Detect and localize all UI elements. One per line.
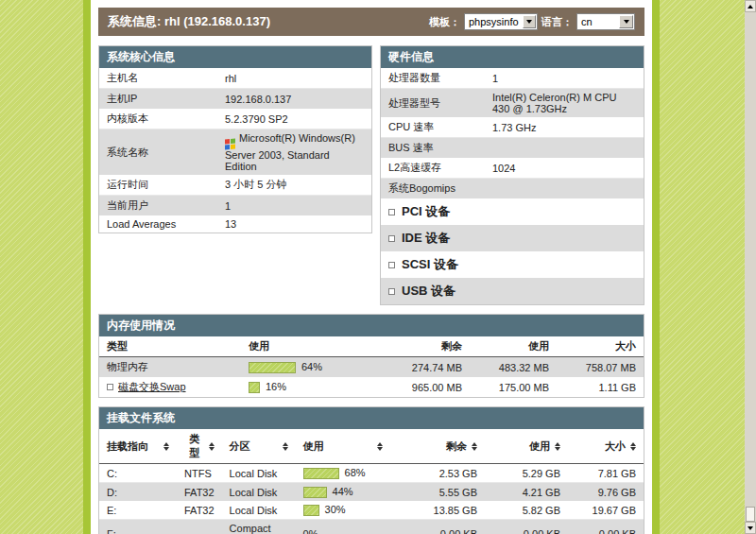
column-header: 剩余 (364, 336, 470, 357)
ide-devices-toggle[interactable]: IDE 设备 (381, 225, 644, 251)
hardware-value: 1024 (485, 158, 644, 179)
sort-icon[interactable] (377, 442, 383, 451)
fs-usage-cell: 0% (296, 520, 390, 534)
hardware-title: 硬件信息 (381, 46, 644, 68)
device-group-label: SCSI 设备 (402, 256, 458, 273)
memory-free: 274.74 MB (364, 357, 470, 378)
fs-partition: Local Disk (222, 464, 296, 483)
sort-icon[interactable] (472, 442, 477, 451)
fs-partition: Compact Disc (222, 520, 296, 534)
arrow-down-icon (747, 526, 753, 530)
hardware-label: CPU 速率 (381, 117, 485, 138)
fs-partition: Local Disk (222, 501, 296, 520)
vitals-label: 主机名 (99, 68, 217, 89)
filesystems-title: 挂载文件系统 (99, 407, 644, 429)
memory-free: 965.00 MB (364, 377, 470, 397)
template-select[interactable]: phpsysinfo (464, 13, 538, 30)
vitals-label: 运行时间 (99, 175, 217, 196)
sort-icon[interactable] (283, 442, 288, 451)
expand-icon[interactable] (388, 209, 395, 215)
table-row: L2高速缓存 1024 (381, 158, 644, 179)
expand-icon[interactable] (388, 262, 395, 268)
hardware-label: BUS 速率 (381, 138, 485, 159)
column-header: 使用 (303, 439, 324, 454)
fs-free: 2.53 GB (390, 464, 485, 483)
titlebar-controls: 模板： phpsysinfo 语言： cn (429, 13, 635, 30)
sort-column-type[interactable]: 类型 (177, 429, 222, 464)
table-header-row: 类型 使用 剩余 使用 大小 (99, 336, 644, 357)
vitals-label: Load Averages (99, 215, 217, 233)
table-row: 处理器数量 1 (381, 68, 644, 89)
vitals-value: Microsoft(R) Windows(R) Server 2003, Sta… (217, 129, 371, 176)
left-accent-strip (83, 0, 91, 534)
main-content: 系统信息: rhl (192.168.0.137) 模板： phpsysinfo… (91, 0, 652, 534)
sort-column-size[interactable]: 大小 (568, 429, 644, 464)
hardware-label: 处理器数量 (381, 68, 485, 89)
memory-type: 物理内存 (99, 357, 241, 378)
template-select-value: phpsysinfo (465, 16, 523, 27)
sort-column-free[interactable]: 剩余 (390, 429, 485, 464)
fs-free: 0.00 KB (390, 520, 485, 534)
vitals-value: 13 (217, 215, 371, 233)
pci-devices-toggle[interactable]: PCI 设备 (381, 198, 644, 225)
titlebar: 系统信息: rhl (192.168.0.137) 模板： phpsysinfo… (98, 8, 644, 36)
fs-type: FAT32 (177, 483, 222, 502)
sort-column-usage[interactable]: 使用 (296, 429, 390, 464)
usage-percent: 64% (301, 361, 322, 372)
sort-column-used[interactable]: 使用 (485, 429, 568, 464)
fs-type: NTFS (177, 464, 222, 483)
table-row: F: Compact Disc 0% 0.00 KB 0.00 KB 0.00 … (99, 520, 644, 534)
language-select[interactable]: cn (576, 13, 635, 30)
device-group-label: USB 设备 (402, 283, 455, 300)
column-header: 分区 (230, 439, 250, 454)
scroll-up-button[interactable] (745, 0, 756, 12)
column-header: 类型 (184, 432, 205, 460)
sort-icon[interactable] (163, 442, 169, 451)
scrollbar-thumb[interactable] (746, 507, 755, 522)
column-header: 大小 (557, 336, 644, 357)
vertical-scrollbar[interactable] (745, 0, 756, 534)
language-select-arrow[interactable] (619, 15, 633, 28)
os-name: Microsoft(R) Windows(R) Server 2003, Sta… (225, 132, 355, 172)
expand-icon[interactable] (388, 288, 395, 295)
language-label: 语言： (541, 15, 573, 29)
column-header: 挂载指向 (107, 439, 148, 454)
sort-column-partition[interactable]: 分区 (222, 429, 296, 464)
usage-percent: 44% (333, 486, 353, 497)
expand-icon[interactable] (107, 384, 113, 390)
vitals-value: 3 小时 5 分钟 (217, 175, 371, 196)
scsi-devices-toggle[interactable]: SCSI 设备 (381, 251, 644, 278)
hardware-label: 系统Bogomips (381, 179, 485, 199)
template-select-arrow[interactable] (523, 15, 536, 28)
filesystems-panel: 挂载文件系统 挂载指向 类型 分区 使用 剩余 使用 大小 C: NTFS Lo… (98, 406, 644, 534)
arrow-up-icon (747, 5, 753, 9)
expand-icon[interactable] (388, 235, 395, 242)
page-title: 系统信息: rhl (192.168.0.137) (108, 13, 270, 30)
usage-percent: 30% (325, 504, 346, 515)
sort-column-mount[interactable]: 挂载指向 (99, 429, 177, 464)
swap-link[interactable]: 磁盘交换Swap (118, 380, 186, 394)
usage-percent: 68% (345, 467, 366, 478)
sort-icon[interactable] (555, 442, 560, 451)
swap-toggle[interactable]: 磁盘交换Swap (107, 380, 186, 394)
column-header: 使用 (470, 336, 557, 357)
usage-bar (249, 362, 296, 373)
template-label: 模板： (429, 15, 460, 29)
vitals-label: 系统名称 (99, 129, 217, 176)
hardware-value: 1.73 GHz (485, 117, 644, 138)
usage-bar (303, 505, 319, 516)
fs-size: 7.81 GB (568, 464, 644, 483)
top-section: 系统核心信息 主机名 rhl 主机IP 192.168.0.137 内核版本 5… (98, 45, 644, 305)
windows-logo-icon (225, 139, 235, 150)
usb-devices-toggle[interactable]: USB 设备 (381, 278, 644, 304)
sort-icon[interactable] (630, 442, 636, 451)
column-header: 大小 (605, 439, 626, 454)
scroll-down-button[interactable] (745, 522, 756, 534)
memory-table: 类型 使用 剩余 使用 大小 物理内存 64% 274.74 MB 483.32… (99, 336, 644, 397)
memory-size: 758.07 MB (557, 357, 644, 378)
hardware-value: Intel(R) Celeron(R) M CPU 430 @ 1.73GHz (485, 89, 644, 118)
page-background-right (660, 0, 745, 534)
table-row: D: FAT32 Local Disk 44% 5.55 GB 4.21 GB … (99, 483, 644, 502)
sort-icon[interactable] (209, 442, 215, 451)
memory-used: 483.32 MB (470, 357, 557, 378)
